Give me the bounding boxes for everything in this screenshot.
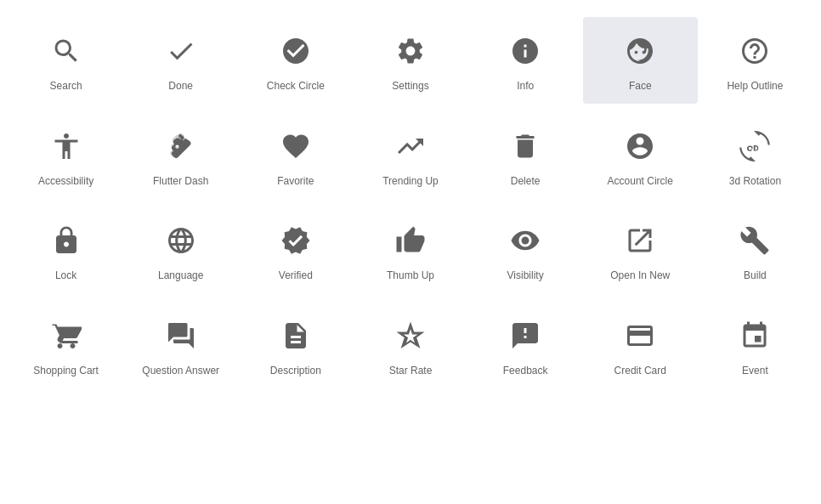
icon-cell-shopping-cart[interactable]: Shopping Cart: [8, 302, 123, 388]
icon-grid: Search Done Check Circle Settings Info F…: [0, 0, 821, 405]
help-outline-icon: [734, 31, 775, 71]
event-icon: [734, 315, 775, 356]
icon-cell-help-outline[interactable]: Help Outline: [698, 17, 813, 104]
verified-icon: [275, 220, 316, 261]
icon-cell-3d-rotation[interactable]: 3d Rotation: [698, 112, 813, 199]
check-circle-icon: [275, 31, 316, 71]
face-icon: [620, 31, 660, 71]
visibility-label: Visibility: [507, 269, 544, 283]
settings-label: Settings: [392, 80, 428, 93]
search-icon: [46, 31, 87, 71]
build-icon: [734, 220, 775, 261]
icon-cell-done[interactable]: Done: [123, 17, 238, 104]
open-in-new-label: Open In New: [610, 269, 670, 283]
icon-cell-question-answer[interactable]: Question Answer: [123, 302, 238, 388]
flutter-dash-icon: [161, 126, 201, 167]
icon-cell-check-circle[interactable]: Check Circle: [238, 17, 353, 104]
credit-card-label: Credit Card: [614, 365, 666, 378]
trending-up-icon: [390, 126, 431, 167]
thumb-up-label: Thumb Up: [387, 269, 434, 283]
3d-rotation-label: 3d Rotation: [729, 175, 781, 189]
feedback-label: Feedback: [503, 365, 548, 378]
delete-label: Delete: [511, 175, 541, 189]
icon-cell-flutter-dash[interactable]: Flutter Dash: [123, 112, 238, 199]
language-icon: [161, 220, 201, 261]
icon-cell-favorite[interactable]: Favorite: [238, 112, 353, 199]
question-answer-icon: [161, 315, 201, 356]
icon-cell-visibility[interactable]: Visibility: [468, 207, 583, 293]
account-circle-icon: [620, 126, 660, 167]
icon-cell-credit-card[interactable]: Credit Card: [583, 302, 698, 388]
shopping-cart-label: Shopping Cart: [33, 365, 99, 378]
icon-cell-feedback[interactable]: Feedback: [468, 302, 583, 388]
shopping-cart-icon: [46, 315, 87, 356]
icon-cell-verified[interactable]: Verified: [238, 207, 353, 293]
event-label: Event: [742, 365, 768, 378]
description-icon: [275, 315, 316, 356]
icon-cell-accessibility[interactable]: Accessibility: [8, 112, 123, 199]
search-label: Search: [50, 80, 82, 93]
icon-cell-thumb-up[interactable]: Thumb Up: [353, 207, 467, 293]
icon-cell-open-in-new[interactable]: Open In New: [583, 207, 698, 293]
trending-up-label: Trending Up: [382, 175, 439, 189]
info-label: Info: [517, 80, 534, 93]
build-label: Build: [744, 269, 767, 283]
accessibility-icon: [46, 126, 87, 167]
icon-cell-info[interactable]: Info: [468, 17, 583, 104]
lock-icon: [46, 220, 87, 261]
account-circle-label: Account Circle: [608, 175, 673, 189]
credit-card-icon: [620, 315, 660, 356]
icon-cell-trending-up[interactable]: Trending Up: [353, 112, 467, 199]
info-icon: [505, 31, 546, 71]
open-in-new-icon: [620, 220, 660, 261]
verified-label: Verified: [279, 269, 313, 283]
icon-cell-search[interactable]: Search: [8, 17, 123, 104]
icon-cell-event[interactable]: Event: [698, 302, 813, 388]
icon-cell-settings[interactable]: Settings: [353, 17, 467, 104]
favorite-icon: [275, 126, 316, 167]
accessibility-label: Accessibility: [38, 175, 93, 189]
done-icon: [161, 31, 201, 71]
star-rate-label: Star Rate: [389, 365, 433, 378]
feedback-icon: [505, 315, 546, 356]
icon-cell-star-rate[interactable]: Star Rate: [353, 302, 467, 388]
lock-label: Lock: [55, 269, 76, 283]
settings-icon: [390, 31, 431, 71]
icon-cell-build[interactable]: Build: [698, 207, 813, 293]
done-label: Done: [168, 80, 193, 93]
delete-icon: [505, 126, 546, 167]
check-circle-label: Check Circle: [267, 80, 325, 93]
icon-cell-face[interactable]: Face: [583, 17, 698, 104]
icon-cell-language[interactable]: Language: [123, 207, 238, 293]
icon-cell-description[interactable]: Description: [238, 302, 353, 388]
icon-cell-delete[interactable]: Delete: [468, 112, 583, 199]
thumb-up-icon: [390, 220, 431, 261]
help-outline-label: Help Outline: [727, 80, 783, 93]
visibility-icon: [505, 220, 546, 261]
face-label: Face: [629, 80, 652, 93]
language-label: Language: [158, 269, 203, 283]
star-rate-icon: [390, 315, 431, 356]
description-label: Description: [270, 365, 321, 378]
icon-cell-account-circle[interactable]: Account Circle: [583, 112, 698, 199]
icon-cell-lock[interactable]: Lock: [8, 207, 123, 293]
flutter-dash-label: Flutter Dash: [153, 175, 208, 189]
3d-rotation-icon: [734, 126, 775, 167]
question-answer-label: Question Answer: [142, 365, 219, 378]
favorite-label: Favorite: [277, 175, 314, 189]
